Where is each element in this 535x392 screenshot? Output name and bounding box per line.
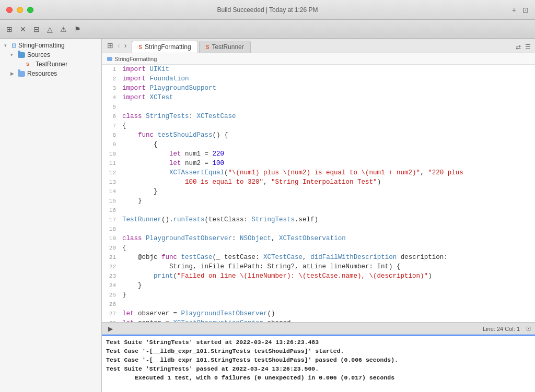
sidebar-item-testrunner[interactable]: S TestRunner — [0, 60, 101, 69]
code-line-13: 13 100 is equal to 320", "String Interpo… — [102, 177, 535, 187]
project-icon: ⊡ — [11, 42, 16, 49]
resources-folder-icon — [18, 71, 25, 77]
code-line-9: 9 { — [102, 140, 535, 149]
grid-view-button[interactable]: ⊞ — [4, 24, 15, 34]
code-line-10: 10 let num1 = 220 — [102, 149, 535, 159]
sources-arrow: ▾ — [10, 52, 16, 57]
add-icon[interactable]: + — [512, 6, 516, 14]
titlebar-controls: + ⊡ — [512, 6, 529, 14]
sidebar-label-resources: Resources — [27, 70, 57, 77]
console-line-3: Test Case '-[__lldb_expr_101.StringTests… — [106, 355, 531, 364]
tab-stringformatting[interactable]: S StringFormatting — [132, 41, 197, 53]
code-line-20: 20 { — [102, 243, 535, 253]
code-line-18: 18 — [102, 224, 535, 234]
search-button[interactable]: △ — [45, 24, 55, 34]
swift-tab-icon: S — [138, 44, 142, 50]
code-line-4: 4 import XCTest — [102, 93, 535, 102]
hierarchy-button[interactable]: ⊟ — [31, 24, 42, 34]
code-line-23: 23 print("Failed on line \(lineNumber): … — [102, 271, 535, 281]
code-line-12: 12 XCTAssertEqual("\(num1) plus \(num2) … — [102, 168, 535, 177]
split-editor-button[interactable]: ⇄ — [516, 43, 521, 51]
maximize-button[interactable] — [27, 7, 33, 13]
code-line-16: 16 — [102, 206, 535, 215]
code-line-27: 27 let observer = PlaygroundTestObserver… — [102, 309, 535, 318]
build-status: Build Succeeded | Today at 1:26 PM — [217, 6, 318, 14]
sidebar-label-sources: Sources — [27, 51, 50, 58]
warning-button[interactable]: ⚠ — [58, 24, 69, 34]
code-line-5: 5 — [102, 102, 535, 112]
traffic-lights[interactable] — [6, 7, 33, 13]
toolbar: ⊞ ✕ ⊟ △ ⚠ ⚑ — [0, 20, 535, 39]
run-button[interactable]: ▶ — [106, 325, 115, 332]
code-line-1: 1 import UIKit — [102, 65, 535, 74]
tab-right-controls: ⇄ ☰ — [516, 43, 531, 53]
code-line-19: 19 class PlaygroundTestObserver: NSObjec… — [102, 234, 535, 243]
expand-console-button[interactable]: ⊡ — [526, 325, 531, 332]
code-line-22: 22 String, inFile filePath: String?, atL… — [102, 262, 535, 271]
folder-icon — [18, 52, 25, 58]
tab-label-testrunner: TestRunner — [212, 43, 243, 51]
resources-arrow: ▶ — [10, 71, 16, 76]
breadcrumb-text: StringFormatting — [114, 56, 157, 62]
code-line-17: 17 TestRunner().runTests(testClass: Stri… — [102, 215, 535, 224]
bottom-status-bar: ▶ Line: 24 Col: 1 ⊡ — [102, 322, 535, 335]
code-editor[interactable]: 1 import UIKit 2 import Foundation 3 imp… — [102, 65, 535, 322]
code-line-21: 21 @objc func testCase(_ testCase: XCTes… — [102, 253, 535, 262]
close-button[interactable] — [6, 7, 13, 13]
code-line-2: 2 import Foundation — [102, 74, 535, 84]
code-line-6: 6 class StringTests: XCTestCase — [102, 112, 535, 121]
code-line-26: 26 — [102, 300, 535, 309]
line-col-status: Line: 24 Col: 1 — [483, 326, 520, 332]
console-output: Test Suite 'StringTests' started at 2022… — [102, 335, 535, 392]
swift-icon: S — [26, 62, 33, 67]
sidebar-item-resources[interactable]: ▶ Resources — [0, 69, 101, 78]
tab-bar: ⊞ ‹ › S StringFormatting S TestRunner ⇄ … — [102, 39, 535, 53]
console-line-2: Test Case '-[__lldb_expr_101.StringTests… — [106, 347, 531, 355]
breadcrumb: StringFormatting — [102, 53, 535, 65]
forward-button[interactable]: › — [123, 40, 128, 51]
sidebar-label-testrunner: TestRunner — [36, 61, 67, 68]
sidebar-label-stringformatting: StringFormatting — [18, 42, 65, 49]
code-line-15: 15 } — [102, 196, 535, 206]
code-line-3: 3 import PlaygroundSupport — [102, 84, 535, 93]
titlebar: Build Succeeded | Today at 1:26 PM + ⊡ — [0, 0, 535, 20]
split-view-icon[interactable]: ⊡ — [522, 6, 529, 14]
sidebar-item-sources[interactable]: ▾ Sources — [0, 50, 101, 60]
sidebar-item-stringformatting[interactable]: ▾ ⊡ StringFormatting — [0, 41, 101, 50]
code-line-25: 25 } — [102, 290, 535, 300]
editor-area: ⊞ ‹ › S StringFormatting S TestRunner ⇄ … — [102, 39, 535, 392]
tab-label-stringformatting: StringFormatting — [145, 43, 191, 51]
status-info: Line: 24 Col: 1 ⊡ — [483, 325, 531, 332]
code-line-14: 14 } — [102, 187, 535, 196]
back-button[interactable]: ‹ — [117, 40, 121, 51]
console-line-4: Test Suite 'StringTests' passed at 2022-… — [106, 364, 531, 373]
expand-arrow: ▾ — [4, 43, 9, 48]
code-line-28: 28 let center = XCTestObservationCenter.… — [102, 318, 535, 322]
window-title: Build Succeeded | Today at 1:26 PM — [217, 6, 318, 14]
breadcrumb-folder-icon — [107, 57, 112, 61]
tab-testrunner[interactable]: S TestRunner — [199, 41, 251, 53]
code-line-24: 24 } — [102, 281, 535, 290]
console-line-5: Executed 1 test, with 0 failures (0 unex… — [106, 373, 531, 382]
swift-tab2-icon: S — [206, 44, 210, 50]
show-minimap-button[interactable]: ☰ — [525, 43, 531, 51]
code-line-8: 8 func testShouldPass() { — [102, 130, 535, 140]
grid-tab-button[interactable]: ⊞ — [106, 40, 114, 51]
flag-button[interactable]: ⚑ — [72, 24, 83, 34]
code-line-11: 11 let num2 = 100 — [102, 159, 535, 168]
minimize-button[interactable] — [17, 7, 23, 13]
console-line-1: Test Suite 'StringTests' started at 2022… — [106, 338, 531, 347]
code-line-7: 7 { — [102, 121, 535, 130]
close-panel-button[interactable]: ✕ — [18, 24, 28, 34]
tab-nav: ⊞ ‹ › — [106, 40, 127, 53]
sidebar: ▾ ⊡ StringFormatting ▾ Sources S TestRun… — [0, 39, 102, 392]
main-area: ▾ ⊡ StringFormatting ▾ Sources S TestRun… — [0, 39, 535, 392]
